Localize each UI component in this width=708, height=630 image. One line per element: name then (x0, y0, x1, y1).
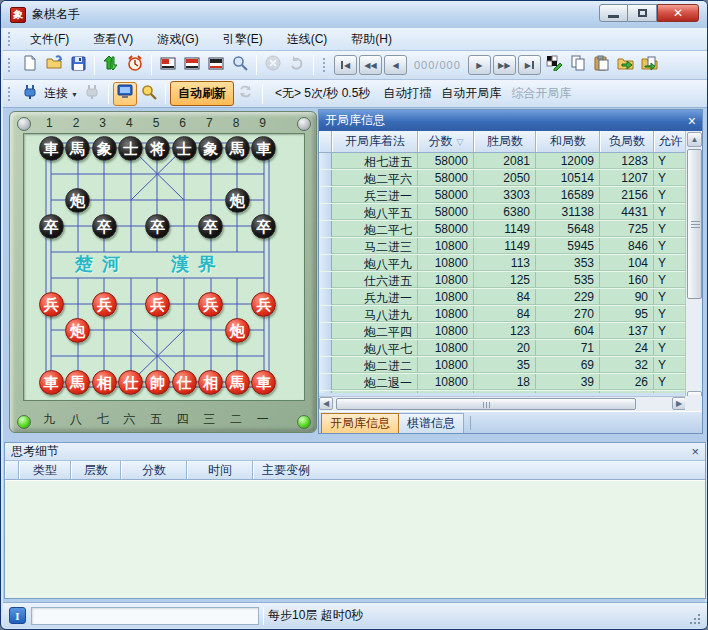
horizontal-scrollbar[interactable]: ◀ ▶ (319, 396, 686, 411)
new-game-button[interactable] (18, 53, 42, 77)
piece-black[interactable]: 象 (92, 136, 117, 161)
menu-item[interactable]: 游戏(G) (145, 28, 210, 51)
table-row[interactable]: 炮二平七 58000 1149 5648 725 Y (319, 221, 686, 238)
piece-black[interactable]: 車 (251, 136, 276, 161)
table-row[interactable]: 炮二平四 10800 123 604 137 Y (319, 323, 686, 340)
vertical-scrollbar[interactable]: ▲ ▼ (685, 131, 702, 407)
piece-red[interactable]: 車 (251, 370, 276, 395)
table-row[interactable]: 兵三进一 58000 3303 16589 2156 Y (319, 187, 686, 204)
column-header-wins[interactable]: 胜局数 (474, 131, 536, 152)
piece-black[interactable]: 卒 (92, 214, 117, 239)
piece-red[interactable]: 帥 (145, 370, 170, 395)
nav-back-button[interactable]: ◀ (384, 55, 407, 75)
think-panel-header[interactable]: 思考细节 × (5, 443, 705, 461)
menu-item[interactable]: 连线(C) (275, 28, 340, 51)
copy-button[interactable] (566, 53, 590, 77)
menu-item[interactable]: 引擎(E) (211, 28, 275, 51)
auto-arena-button[interactable]: 自动打擂 (378, 82, 436, 105)
toolbar-grip[interactable] (8, 32, 12, 46)
piece-red[interactable]: 兵 (92, 292, 117, 317)
tab-game-record[interactable]: 棋谱信息 (399, 413, 464, 433)
vertical-scroll-thumb[interactable] (687, 149, 702, 299)
nav-forward-button[interactable]: ▶ (468, 55, 491, 75)
title-bar[interactable]: 象 象棋名手 ✕ (1, 1, 707, 28)
scroll-left-icon[interactable]: ◀ (319, 397, 333, 410)
nav-last-button[interactable]: ▶ (518, 55, 541, 75)
panel-header[interactable]: 开局库信息 × (319, 110, 702, 131)
minimize-button[interactable] (599, 4, 628, 22)
piece-red[interactable]: 兵 (198, 292, 223, 317)
piece-black[interactable]: 馬 (225, 136, 250, 161)
piece-red[interactable]: 炮 (65, 318, 90, 343)
table-row[interactable]: 炮二退一 10800 18 39 26 Y (319, 374, 686, 391)
piece-red[interactable]: 兵 (145, 292, 170, 317)
piece-red[interactable]: 車 (39, 370, 64, 395)
column-header-move[interactable]: 开局库着法 (332, 131, 418, 152)
save-button[interactable] (66, 53, 90, 77)
piece-black[interactable]: 象 (198, 136, 223, 161)
auto-refresh-button[interactable]: 自动刷新 (170, 81, 234, 106)
table-row[interactable]: 马二进三 10800 1149 5945 846 Y (319, 238, 686, 255)
table-row[interactable]: 炮八平七 10800 20 71 24 Y (319, 340, 686, 357)
piece-black[interactable]: 馬 (65, 136, 90, 161)
board-red-corner-button[interactable] (156, 53, 180, 77)
close-icon[interactable]: × (688, 114, 696, 128)
piece-red[interactable]: 仕 (118, 370, 143, 395)
menu-item[interactable]: 查看(V) (81, 28, 145, 51)
toolbar-grip[interactable] (8, 58, 12, 72)
auto-book-button[interactable]: 自动开局库 (436, 82, 506, 105)
piece-black[interactable]: 士 (118, 136, 143, 161)
piece-red[interactable]: 兵 (251, 292, 276, 317)
column-header-time[interactable]: 时间 (187, 461, 253, 479)
load-book-button[interactable] (614, 53, 638, 77)
restore-button[interactable] (628, 4, 657, 22)
column-header-pv[interactable]: 主要变例 (253, 461, 705, 479)
piece-red[interactable]: 馬 (65, 370, 90, 395)
nav-first-button[interactable]: ◀ (334, 55, 357, 75)
table-row[interactable]: 炮八平九 10800 113 353 104 Y (319, 255, 686, 272)
menu-item[interactable]: 帮助(H) (339, 28, 404, 51)
column-header-score[interactable]: 分数 (121, 461, 187, 479)
toolbar-grip[interactable] (8, 87, 12, 101)
close-button[interactable]: ✕ (657, 4, 699, 22)
scan-board-button[interactable] (137, 82, 161, 106)
piece-black[interactable]: 卒 (198, 214, 223, 239)
piece-red[interactable]: 相 (92, 370, 117, 395)
resize-grip[interactable] (690, 612, 702, 624)
table-row[interactable]: 车一进一 10800 214 36 371 Y (319, 391, 686, 393)
table-row[interactable]: 炮二平六 58000 2050 10514 1207 Y (319, 170, 686, 187)
nav-fast-back-button[interactable]: ◀◀ (359, 55, 382, 75)
column-header-losses[interactable]: 负局数 (600, 131, 654, 152)
piece-black[interactable]: 炮 (225, 188, 250, 213)
connect-label[interactable]: 连接 (44, 85, 68, 102)
piece-red[interactable]: 馬 (225, 370, 250, 395)
swap-sides-button[interactable] (99, 53, 123, 77)
column-header-draws[interactable]: 和局数 (536, 131, 600, 152)
piece-red[interactable]: 相 (198, 370, 223, 395)
scroll-up-icon[interactable]: ▲ (687, 132, 702, 147)
piece-black[interactable]: 将 (145, 136, 170, 161)
tab-opening-book[interactable]: 开局库信息 (321, 413, 399, 433)
table-row[interactable]: 马八进九 10800 84 270 95 Y (319, 306, 686, 323)
piece-red[interactable]: 炮 (225, 318, 250, 343)
piece-black[interactable]: 炮 (65, 188, 90, 213)
piece-black[interactable]: 卒 (251, 214, 276, 239)
piece-black[interactable]: 卒 (145, 214, 170, 239)
watch-board-button[interactable] (113, 82, 137, 106)
table-row[interactable]: 仕六进五 10800 125 535 160 Y (319, 272, 686, 289)
piece-black[interactable]: 士 (172, 136, 197, 161)
column-header-type[interactable]: 类型 (19, 461, 71, 479)
column-header-allow[interactable]: 允许 (654, 131, 686, 152)
piece-red[interactable]: 兵 (39, 292, 64, 317)
piece-black[interactable]: 卒 (39, 214, 64, 239)
board-black-top-button[interactable] (204, 53, 228, 77)
table-row[interactable]: 相七进五 58000 2081 12009 1283 Y (319, 153, 686, 170)
nav-fast-forward-button[interactable]: ▶▶ (493, 55, 516, 75)
horizontal-scroll-thumb[interactable] (336, 398, 636, 410)
timer-button[interactable] (123, 53, 147, 77)
close-icon[interactable]: × (691, 446, 699, 458)
paste-button[interactable] (590, 53, 614, 77)
column-header-score[interactable]: 分数▽ (418, 131, 474, 152)
menu-item[interactable]: 文件(F) (18, 28, 81, 51)
connect-button[interactable] (18, 82, 42, 106)
